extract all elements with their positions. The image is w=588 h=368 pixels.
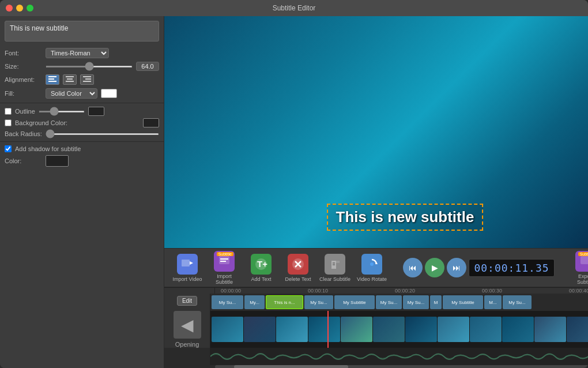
transport-controls: ⏮ ▶ ⏭ 00:00:11.35 bbox=[403, 258, 554, 277]
font-label: Font: bbox=[5, 50, 42, 57]
close-button[interactable] bbox=[6, 5, 13, 12]
align-left-button[interactable] bbox=[46, 74, 59, 85]
thumb-3 bbox=[276, 317, 308, 342]
outline-checkbox[interactable] bbox=[5, 108, 12, 115]
bg-color-swatch[interactable] bbox=[143, 118, 159, 127]
import-video-button[interactable]: Import Video bbox=[170, 251, 205, 284]
rewind-button[interactable]: ⏮ bbox=[403, 258, 423, 277]
fast-forward-button[interactable]: ⏭ bbox=[447, 258, 466, 277]
clip-10[interactable]: My Su... bbox=[503, 295, 532, 309]
color-swatch[interactable] bbox=[46, 155, 69, 167]
svg-rect-8 bbox=[83, 81, 91, 82]
thumb-10 bbox=[502, 317, 534, 342]
clip-5[interactable]: My Su... bbox=[376, 295, 402, 309]
svg-rect-2 bbox=[48, 81, 56, 82]
edit-left-button[interactable]: Edit bbox=[177, 296, 197, 306]
svg-rect-4 bbox=[67, 78, 73, 80]
size-slider[interactable] bbox=[46, 66, 133, 67]
timeline-scrollbar[interactable] bbox=[215, 365, 588, 368]
audio-track bbox=[210, 348, 588, 365]
main-content: This is new subtitle Font: Times-Roman A… bbox=[0, 16, 588, 368]
svg-text:T+: T+ bbox=[257, 259, 267, 269]
toolbar: Import Video Subtitle Import Subtitle T+… bbox=[164, 248, 588, 287]
maximize-button[interactable] bbox=[27, 5, 33, 12]
outline-row: Outline bbox=[0, 106, 164, 117]
font-row: Font: Times-Roman Arial bbox=[0, 46, 164, 60]
window-controls bbox=[6, 5, 33, 12]
add-text-button[interactable]: T+ Add Text bbox=[244, 251, 278, 284]
app-window: Subtitle Editor This is new subtitle Fon… bbox=[0, 0, 588, 368]
svg-rect-0 bbox=[48, 76, 56, 77]
clip-8[interactable]: My Subtitle bbox=[443, 295, 483, 309]
back-radius-slider[interactable] bbox=[46, 133, 159, 135]
thumb-9 bbox=[470, 317, 502, 342]
thumb-11 bbox=[534, 317, 566, 342]
ruler-mark-40: 00:00:40 bbox=[569, 288, 588, 294]
time-display: 00:00:11.35 bbox=[469, 259, 554, 277]
center-panel: 土豆 This is new subtitle Import Video Sub… bbox=[164, 16, 588, 368]
color-label: Color: bbox=[5, 157, 42, 164]
font-select[interactable]: Times-Roman Arial bbox=[46, 48, 109, 58]
edit-track-row: Edit My Su... My... This is n... My Su..… bbox=[164, 294, 588, 311]
back-radius-label: Back Radius: bbox=[5, 130, 42, 137]
play-button[interactable]: ▶ bbox=[425, 258, 444, 277]
bg-color-checkbox[interactable] bbox=[5, 119, 12, 126]
audio-row bbox=[164, 348, 588, 365]
thumb-1 bbox=[212, 317, 243, 342]
opening-button[interactable]: ◀ bbox=[174, 311, 201, 339]
delete-text-button[interactable]: Delete Text bbox=[281, 251, 315, 284]
size-value: 64.0 bbox=[136, 62, 159, 71]
thumb-5 bbox=[341, 317, 372, 342]
import-subtitle-button[interactable]: Subtitle Import Subtitle bbox=[207, 249, 242, 287]
shadow-label: Add shadow for subtitle bbox=[15, 145, 81, 152]
ruler-mark-0: 00:00:00 bbox=[221, 288, 241, 294]
export-subtitle-button[interactable]: Subtitle Export Subtitle bbox=[568, 249, 588, 287]
audio-waveform bbox=[210, 348, 588, 365]
left-panel: This is new subtitle Font: Times-Roman A… bbox=[0, 16, 164, 368]
window-title: Subtitle Editor bbox=[273, 4, 316, 12]
subtitle-text-display[interactable]: This is new subtitle bbox=[5, 21, 159, 42]
svg-rect-21 bbox=[581, 256, 588, 264]
fill-select[interactable]: Solid Color Gradient bbox=[46, 88, 97, 99]
clip-6[interactable]: My Su... bbox=[403, 295, 429, 309]
video-rotate-button[interactable]: Video Rotate bbox=[355, 251, 389, 284]
svg-rect-13 bbox=[220, 261, 226, 262]
outline-color-swatch[interactable] bbox=[88, 107, 104, 116]
clip-7[interactable]: M bbox=[430, 295, 442, 309]
align-right-button[interactable] bbox=[80, 74, 94, 85]
bg-color-row: Background Color: bbox=[0, 117, 164, 129]
size-label: Size: bbox=[5, 63, 42, 70]
video-thumbnail-track bbox=[210, 311, 588, 348]
svg-rect-11 bbox=[219, 256, 229, 264]
alignment-row: Alignment: bbox=[0, 73, 164, 87]
clip-1[interactable]: My... bbox=[244, 295, 265, 309]
ruler-mark-30: 00:00:30 bbox=[482, 288, 502, 294]
thumb-12 bbox=[567, 317, 588, 342]
clip-9[interactable]: M... bbox=[484, 295, 502, 309]
color-row: Color: bbox=[0, 153, 164, 168]
clear-subtitle-button[interactable]: Clear Subtitle bbox=[318, 251, 352, 284]
titlebar: Subtitle Editor bbox=[0, 0, 588, 16]
shadow-checkbox[interactable] bbox=[5, 145, 12, 152]
clip-0[interactable]: My Su... bbox=[212, 295, 243, 309]
subtitle-track: My Su... My... This is n... My Su... My … bbox=[210, 294, 588, 311]
scrollbar-thumb[interactable] bbox=[234, 365, 348, 368]
thumb-2 bbox=[244, 317, 276, 342]
svg-rect-9 bbox=[182, 260, 190, 266]
thumb-8 bbox=[438, 317, 469, 342]
fill-row: Fill: Solid Color Gradient bbox=[0, 87, 164, 100]
fill-color-swatch[interactable] bbox=[101, 89, 117, 98]
clip-4[interactable]: My Subtitle bbox=[334, 295, 375, 309]
opening-text: Opening bbox=[175, 341, 199, 348]
back-radius-row: Back Radius: bbox=[0, 129, 164, 139]
video-thumb-row: ◀ Opening bbox=[164, 311, 588, 348]
minimize-button[interactable] bbox=[16, 5, 23, 12]
ruler-mark-20: 00:00:20 bbox=[395, 288, 415, 294]
align-center-button[interactable] bbox=[63, 74, 77, 85]
video-area: 土豆 This is new subtitle bbox=[164, 16, 588, 248]
clip-2[interactable]: This is n... bbox=[266, 295, 303, 309]
bg-color-label: Background Color: bbox=[15, 119, 67, 126]
clip-3[interactable]: My Su... bbox=[304, 295, 333, 309]
outline-slider[interactable] bbox=[39, 111, 85, 112]
fill-label: Fill: bbox=[5, 90, 42, 97]
